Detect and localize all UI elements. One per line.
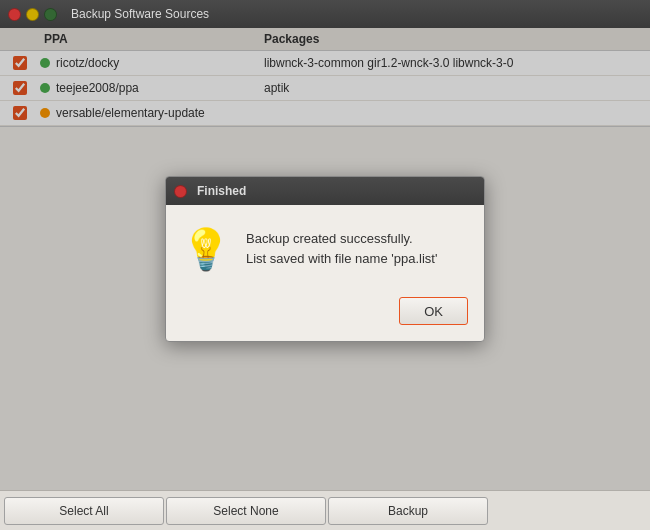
lightbulb-icon: 💡 [181, 229, 231, 269]
dialog-body: 💡 Backup created successfully. List save… [166, 205, 484, 289]
window-controls[interactable] [8, 8, 57, 21]
dialog-footer: OK [166, 289, 484, 341]
dialog-titlebar: Finished [166, 177, 484, 205]
finished-dialog: Finished 💡 Backup created successfully. … [165, 176, 485, 342]
select-all-button[interactable]: Select All [4, 497, 164, 525]
ok-button[interactable]: OK [399, 297, 468, 325]
main-content: PPA Packages ricotz/docky libwnck-3-comm… [0, 28, 650, 490]
dialog-message: Backup created successfully. List saved … [246, 225, 468, 268]
backup-button[interactable]: Backup [328, 497, 488, 525]
dialog-message-line2: List saved with file name 'ppa.list' [246, 249, 468, 269]
dialog-overlay: Finished 💡 Backup created successfully. … [0, 28, 650, 490]
maximize-button[interactable] [44, 8, 57, 21]
select-none-button[interactable]: Select None [166, 497, 326, 525]
dialog-title: Finished [197, 184, 246, 198]
dialog-close-button[interactable] [174, 185, 187, 198]
close-button[interactable] [8, 8, 21, 21]
dialog-message-line1: Backup created successfully. [246, 229, 468, 249]
dialog-icon: 💡 [182, 225, 230, 273]
minimize-button[interactable] [26, 8, 39, 21]
titlebar: Backup Software Sources [0, 0, 650, 28]
window-title: Backup Software Sources [71, 7, 642, 21]
bottom-toolbar: Select All Select None Backup [0, 490, 650, 530]
